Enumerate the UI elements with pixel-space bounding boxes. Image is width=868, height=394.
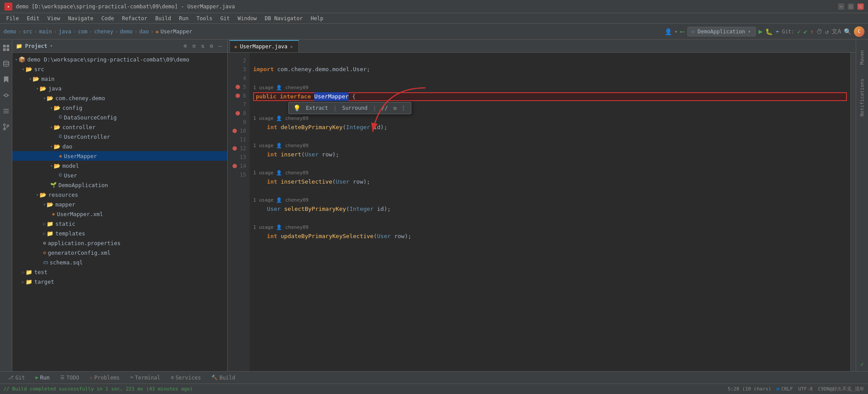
git-history-icon[interactable]: ⏱	[816, 28, 822, 35]
breadcrumb-demo[interactable]: demo	[4, 29, 16, 35]
editor-scrollbar[interactable]	[850, 53, 856, 371]
tree-item-generator-config[interactable]: ⚙ generatorConfig.xml	[12, 248, 227, 257]
breadcrumb-com[interactable]: com	[78, 29, 87, 35]
menubar-item-refactor[interactable]: Refactor	[118, 14, 151, 22]
tree-item-config[interactable]: ▾ 📂 config	[12, 103, 227, 112]
extract-button[interactable]: Extract	[304, 104, 330, 112]
debug-button[interactable]: 🐛	[765, 28, 773, 35]
method-deleteByPK: deleteByPrimaryKey	[281, 123, 343, 132]
cursor-position[interactable]: 5:28 (10 chars)	[728, 386, 771, 392]
tab-close-button[interactable]: ×	[290, 44, 293, 50]
person-icon[interactable]: 👤	[665, 28, 672, 35]
tab-usermapper[interactable]: ◈ UserMapper.java ×	[229, 40, 299, 52]
menubar-item-git[interactable]: Git	[217, 14, 233, 22]
tree-item-dao[interactable]: ▾ 📂 dao	[12, 141, 227, 151]
bottom-tab-todo[interactable]: ☰ TODO	[56, 373, 84, 382]
breadcrumb-main[interactable]: main	[39, 29, 52, 35]
tree-item-schema-sql[interactable]: 🗃 schema.sql	[12, 257, 227, 267]
list-icon[interactable]: ≡	[393, 105, 396, 112]
git-undo-icon[interactable]: ↺	[825, 28, 828, 35]
breadcrumb-demo2[interactable]: demo	[120, 29, 133, 35]
back-icon[interactable]: ⟵	[680, 27, 685, 36]
menubar-item-build[interactable]: Build	[152, 14, 174, 22]
tree-item-com-cheney-demo[interactable]: ▾ 📂 com.cheney.demo	[12, 93, 227, 103]
sidebar-structure-icon[interactable]	[1, 106, 11, 116]
sidebar-bookmark-icon[interactable]	[1, 75, 11, 84]
tree-item-mapper[interactable]: ▾ 📂 mapper	[12, 199, 227, 209]
param-type-integer-6: Integer	[346, 123, 370, 132]
settings-button[interactable]: ⚙	[208, 42, 215, 50]
run-button[interactable]: ▶	[759, 27, 763, 36]
tree-item-demoapplication[interactable]: 🌱 DemoApplication	[12, 180, 227, 190]
menubar-item-file[interactable]: File	[3, 14, 22, 22]
crlf-label[interactable]: CRLF	[781, 386, 793, 392]
maximize-button[interactable]: □	[848, 4, 854, 10]
user-icon-6: 👤 cheney09	[276, 116, 309, 121]
tree-item-user[interactable]: © User	[12, 170, 227, 180]
tree-item-main[interactable]: ▾ 📂 main	[12, 74, 227, 83]
comment-button[interactable]: //	[380, 104, 389, 112]
bottom-tab-terminal[interactable]: ⌨ Terminal	[126, 373, 164, 382]
git-check-icon[interactable]: ✓	[797, 28, 801, 35]
menubar-item-window[interactable]: Window	[234, 14, 260, 22]
menubar-item-code[interactable]: Code	[98, 14, 118, 22]
search-icon[interactable]: 🔍	[844, 28, 851, 35]
sort-button[interactable]: ⇅	[200, 42, 207, 50]
bottom-tab-problems[interactable]: ⚠ Problems	[85, 373, 124, 382]
avatar[interactable]: C	[854, 26, 864, 37]
bottom-tab-services[interactable]: ⚙ Services	[167, 373, 205, 382]
tree-item-usermapper-xml[interactable]: ◈ UserMapper.xml	[12, 209, 227, 219]
tree-item-target[interactable]: ▷ 📁 target	[12, 277, 227, 286]
surround-button[interactable]: Surround	[340, 104, 369, 112]
tree-item-src[interactable]: ▾ 📂 src	[12, 64, 227, 74]
menubar-item-tools[interactable]: Tools	[193, 14, 216, 22]
minimize-button[interactable]: —	[838, 4, 844, 10]
sidebar-db-icon[interactable]	[1, 59, 11, 69]
tree-item-resources[interactable]: ▾ 📂 resources	[12, 190, 227, 199]
sidebar-commit-icon[interactable]	[1, 90, 11, 100]
tree-item-usercontroller[interactable]: © UserController	[12, 132, 227, 141]
menubar-item-db navigator[interactable]: DB Navigator	[261, 14, 306, 22]
menubar-item-view[interactable]: View	[44, 14, 64, 22]
collapse-button[interactable]: ≡	[191, 42, 198, 50]
maven-panel-label[interactable]: Maven	[859, 47, 865, 67]
menubar-item-navigate[interactable]: Navigate	[65, 14, 97, 22]
breadcrumb-cheney[interactable]: cheney	[94, 29, 113, 35]
bottom-tab-build[interactable]: 🔨 Build	[207, 373, 240, 382]
tree-item-demo-root[interactable]: ▾ 📦 demo D:\workspace\spring-practical-c…	[12, 54, 227, 64]
close-button[interactable]: ✕	[857, 4, 864, 10]
tree-item-controller[interactable]: ▾ 📂 controller	[12, 122, 227, 132]
run-config-dropdown[interactable]: ▾	[748, 29, 751, 35]
tree-item-model[interactable]: ▾ 📂 model	[12, 161, 227, 170]
code-content-area[interactable]: import com.cheney.demo.model.User; 1 usa…	[250, 53, 850, 371]
sidebar-pull-requests-icon[interactable]	[1, 122, 11, 132]
translate-icon[interactable]: 文A	[832, 28, 841, 36]
tree-item-datasourceconfig[interactable]: © DataSourceConfig	[12, 112, 227, 122]
tree-item-java[interactable]: ▾ 📂 java	[12, 83, 227, 93]
dropdown-icon[interactable]: ▾	[675, 29, 678, 35]
project-dropdown[interactable]: ▾	[50, 43, 53, 49]
tree-item-application-props[interactable]: ⚙ application.properties	[12, 238, 227, 248]
git-upload-icon[interactable]: ↑	[810, 28, 814, 35]
breadcrumb-java[interactable]: java	[58, 29, 71, 35]
menubar-item-edit[interactable]: Edit	[23, 14, 43, 22]
menubar-item-run[interactable]: Run	[175, 14, 192, 22]
bottom-tab-run[interactable]: ▶ Run	[31, 373, 54, 382]
encoding-label[interactable]: UTF-8	[798, 386, 813, 392]
menubar-item-help[interactable]: Help	[307, 14, 327, 22]
locate-button[interactable]: ⊕	[182, 42, 189, 50]
tree-item-test[interactable]: ▷ 📁 test	[12, 267, 227, 277]
breadcrumb-src[interactable]: src	[23, 29, 33, 35]
tree-item-static[interactable]: ▷ 📁 static	[12, 219, 227, 228]
run-config-selector[interactable]: ▷ DemoApplication ▾	[687, 27, 756, 36]
coverage-button[interactable]: ☂	[775, 28, 779, 35]
sidebar-project-icon[interactable]	[1, 43, 11, 53]
git-checkmark-icon[interactable]: ✔	[803, 28, 807, 35]
hide-button[interactable]: —	[217, 42, 224, 50]
breadcrumb-dao[interactable]: dao	[139, 29, 149, 35]
tree-item-usermapper[interactable]: ◈ UserMapper	[12, 151, 227, 161]
more-icon[interactable]: ⋮	[400, 105, 407, 112]
tree-item-templates[interactable]: ▷ 📁 templates	[12, 228, 227, 238]
notifications-panel-label[interactable]: Notifications	[859, 76, 865, 119]
bottom-tab-git[interactable]: ⎇ Git	[4, 373, 29, 382]
